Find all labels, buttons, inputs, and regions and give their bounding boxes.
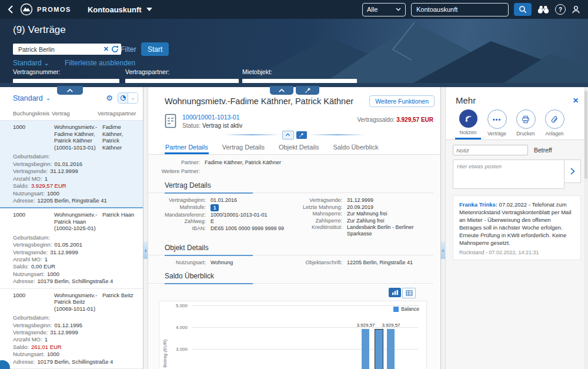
cell-vertrag: Wohnungsmietv.-Patrick Haan (10002-1025-… [54, 211, 100, 232]
mahnstufe-badge: 1 [211, 204, 219, 211]
standard-view-dropdown[interactable]: Standard ⌄ [13, 59, 49, 67]
export-button[interactable] [118, 93, 128, 103]
splitter-right[interactable]: ‹ [440, 87, 446, 369]
send-note-button[interactable] [564, 159, 581, 183]
list-view-selector[interactable]: Standard⌄ [13, 94, 51, 102]
chart-bar[interactable] [362, 329, 369, 369]
list-item[interactable]: 1000 Wohnungsmietv.-Fadime Käthner, Patr… [0, 121, 143, 208]
notiz-subject-input[interactable] [453, 145, 528, 155]
hide-filterbar-link[interactable]: Filterleiste ausblenden [65, 59, 135, 67]
start-button[interactable]: Start [141, 42, 169, 56]
cell-vertrag: Wohnungsmietv.-Fadime Käthner, Patrick K… [54, 124, 100, 151]
chevron-left-icon[interactable]: ‹ [441, 241, 445, 259]
note-card[interactable]: Franka Trinks: 07.02.2022 - Telefonat zu… [453, 195, 581, 260]
splitter-left[interactable]: › [143, 87, 148, 369]
filter-field-vertragsnummer: Vertragsnummer: [13, 68, 115, 87]
vertragssaldo-value: 3.929,57 EUR [396, 117, 433, 123]
collapse-button[interactable] [282, 131, 294, 139]
nav-anlagen[interactable]: Anlagen [543, 109, 566, 139]
back-button[interactable] [0, 5, 20, 14]
list-column-headers: Buchungskreis Vertrag Vertragspartner [0, 107, 143, 121]
refresh-icon[interactable] [111, 45, 119, 53]
chart-y-tick: 3.000 [159, 347, 188, 352]
pin-button[interactable] [296, 131, 307, 139]
chart-legend: Balance [393, 306, 419, 312]
app-window: PROMOS Kontoauskunft Alle ? [0, 0, 588, 369]
more-panel-nav: Notizen ••• Verträge Druck [446, 109, 588, 140]
binoculars-button[interactable] [537, 5, 550, 14]
nav-notizen[interactable]: Notizen [456, 109, 480, 139]
more-panel-title: Mehr [456, 95, 476, 105]
vertragspartner-input[interactable] [125, 79, 239, 88]
nav-vertraege[interactable]: ••• Verträge [485, 109, 509, 139]
scrollbar-thumb[interactable] [584, 91, 587, 179]
pin-icon [305, 87, 311, 94]
pin-header-tab[interactable] [296, 86, 319, 95]
collapse-list-tab[interactable] [57, 86, 83, 95]
shell-actions: Alle ? [362, 3, 588, 16]
saldo-value: 261,01 EUR [31, 344, 62, 350]
title-dropdown-icon[interactable] [146, 8, 152, 11]
chevron-up-icon [278, 88, 285, 93]
section-divider [148, 283, 433, 284]
table-view-button[interactable] [402, 288, 416, 298]
tab-vertrag-details[interactable]: Vertrag Details [222, 141, 265, 154]
nav-drucken[interactable]: Drucken [514, 109, 537, 139]
contract-search-input[interactable] [17, 45, 101, 54]
vertragspartner-label: Vertragspartner: [125, 68, 234, 75]
scrollbar[interactable] [584, 87, 588, 369]
contract-number-link[interactable]: 1000/10001-1013-01 [182, 114, 242, 121]
chart-bar-label: 3.929,57 [353, 323, 378, 328]
column-header[interactable]: Buchungskreis [13, 110, 52, 117]
search-button[interactable] [514, 3, 532, 16]
cell-buchungskreis: 1000 [13, 124, 52, 151]
tab-partner-details[interactable]: Partner Details [165, 141, 209, 154]
tab-objekt-details[interactable]: Objekt Details [278, 141, 319, 154]
export-menu-button[interactable]: ⌄ [128, 93, 138, 103]
more-functions-button[interactable]: Weitere Funktionen [369, 95, 435, 107]
shell-bar: PROMOS Kontoauskunft Alle ? [0, 0, 588, 19]
partner-label: Partner: [148, 159, 205, 167]
chevron-right-icon[interactable]: › [143, 241, 148, 259]
scope-value: Alle [367, 6, 377, 13]
filter-field-mietobjekt: Mietobjekt: [242, 68, 352, 87]
page-title: (9) Verträge [13, 24, 66, 36]
help-button[interactable]: ? [555, 4, 566, 15]
profile-button[interactable] [571, 5, 581, 15]
person-icon [571, 5, 581, 15]
collapse-header-tab[interactable] [270, 86, 293, 95]
chart-view-button[interactable] [389, 288, 401, 297]
partner-value: Fadime Käthner, Patrick Käthner [205, 159, 281, 167]
contract-search-field[interactable]: ✕ [13, 44, 121, 55]
post-textarea[interactable]: Hier etwas posten [453, 159, 564, 189]
saldo-value: 3.929,57 EUR [31, 182, 66, 189]
chart-bar[interactable] [387, 329, 395, 369]
chart-bar[interactable] [375, 329, 383, 369]
contract-icon [165, 114, 177, 129]
gear-icon[interactable]: ⚙ [106, 94, 113, 102]
cell-partner: Patrick Beitz [102, 292, 139, 313]
more-panel: Mehr ✕ Notizen ••• Verträge [446, 87, 588, 369]
clear-search-icon[interactable]: ✕ [101, 45, 111, 53]
note-meta: Rückstand - 07.02.2022, 14:21:31 [459, 250, 574, 255]
notes-icon [464, 114, 473, 123]
cell-buchungskreis: 1000 [13, 211, 52, 232]
object-header: Wohnungsmietv.-Fadime Käthner, Patrick K… [148, 87, 440, 129]
column-header[interactable]: Vertragspartner [98, 110, 139, 117]
column-header[interactable]: Vertrag [52, 110, 98, 117]
saldo-value: 0,00 EUR [31, 263, 55, 270]
tab-saldo-ueberblick[interactable]: Saldo Überblick [332, 141, 379, 154]
close-icon[interactable]: ✕ [570, 95, 581, 106]
list-item[interactable]: 1000 Wohnungsmietv.-Patrick Beitz (10069… [0, 289, 143, 369]
ellipsis-icon: ••• [493, 116, 502, 123]
status-label: Status: [182, 122, 201, 129]
filter-label: Filter [121, 45, 136, 54]
global-search-input[interactable] [411, 3, 509, 16]
cell-vertrag: Wohnungsmietv.-Patrick Beitz (10069-1011… [54, 292, 100, 313]
filter-links: Standard ⌄ Filterleiste ausblenden [13, 59, 135, 67]
search-scope-select[interactable]: Alle [362, 3, 406, 16]
detail-content: Partner:Fadime Käthner, Patrick Käthner … [148, 155, 440, 369]
cell-partner: Patrick Haan [102, 211, 139, 232]
legend-swatch [393, 307, 399, 312]
list-item[interactable]: 1000 Wohnungsmietv.-Patrick Haan (10002-… [0, 208, 143, 288]
